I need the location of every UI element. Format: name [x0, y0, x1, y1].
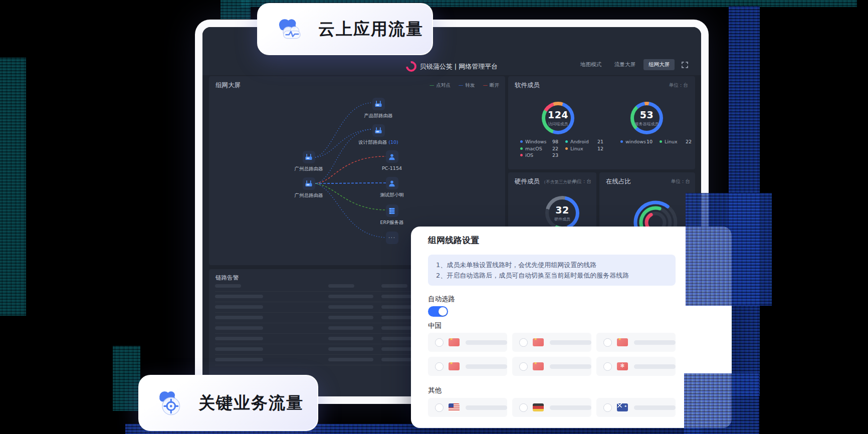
router-icon [303, 177, 315, 190]
dot-icon [520, 140, 523, 143]
legend-item: macOS22 [520, 145, 565, 152]
server-members-donut: 53服务器端成员 [630, 102, 663, 134]
key-business-icon [154, 388, 186, 418]
tip-line-1: 1、成员未单独设置线路时，会优先使用组网设置的线路 [436, 260, 668, 270]
flag-cn-icon [449, 362, 460, 370]
router-icon [303, 151, 315, 163]
radio-icon[interactable] [603, 403, 612, 412]
node-more[interactable]: ··· [371, 232, 413, 244]
alarms-panel-title: 链路告警 [215, 274, 239, 282]
badge-label: 关键业务流量 [198, 392, 304, 414]
hardware-panel-title: 硬件成员 （不含第三方硬件） [515, 177, 580, 186]
access-members-legend: Windows98 macOS22 iOS23 Android21 Linux1… [520, 138, 610, 159]
line-option[interactable] [596, 357, 676, 376]
tips-box: 1、成员未单独设置线路时，会优先使用组网设置的线路 2、开启自动选路后，成员可自… [428, 255, 676, 286]
legend-item: Linux12 [565, 145, 610, 152]
flag-cn-icon [533, 362, 544, 370]
noise-decoration [684, 373, 759, 434]
line-name-skeleton [466, 340, 507, 345]
radio-icon[interactable] [435, 338, 444, 347]
nav-traffic-screen[interactable]: 流量大屏 [609, 59, 640, 70]
router-icon [372, 124, 385, 137]
dot-icon [620, 140, 623, 143]
noise-decoration [221, 0, 251, 19]
nav-map-mode[interactable]: 地图模式 [575, 59, 606, 70]
user-icon [386, 150, 398, 163]
node-pc-1154[interactable]: PC-1154 [371, 150, 413, 171]
radio-icon[interactable] [603, 338, 612, 347]
badge-cloud-app-traffic: 云上应用流量 [257, 3, 433, 55]
noise-decoration [0, 58, 26, 316]
software-panel-unit: 单位：台 [669, 82, 688, 89]
flag-hk-icon [617, 362, 628, 370]
flag-de-icon [533, 403, 544, 411]
line-settings-card: 组网线路设置 1、成员未单独设置线路时，会优先使用组网设置的线路 2、开启自动选… [411, 227, 732, 428]
node-erp-server[interactable]: ERP服务器 [371, 204, 413, 226]
radio-icon[interactable] [519, 403, 528, 412]
router-icon [372, 98, 385, 110]
group-other-label: 其他 [428, 386, 442, 395]
line-option[interactable] [428, 333, 507, 352]
noise-decoration [113, 346, 140, 411]
dot-icon [520, 154, 523, 156]
line-option[interactable] [512, 398, 591, 417]
marketing-composition: 贝锐蒲公英 | 网络管理平台 地图模式 流量大屏 组网大屏 组网大屏 —点对点 … [0, 0, 868, 434]
line-option[interactable] [428, 357, 507, 376]
more-icon: ··· [386, 232, 398, 244]
line-option[interactable] [596, 333, 676, 352]
badge-label: 云上应用流量 [318, 18, 423, 41]
dot-icon [520, 147, 523, 150]
line-name-skeleton [634, 405, 676, 410]
badge-key-business-traffic: 关键业务流量 [138, 375, 318, 431]
user-icon [386, 177, 398, 189]
line-name-skeleton [466, 405, 507, 410]
nav-network-screen[interactable]: 组网大屏 [643, 59, 675, 70]
server-members-legend: windows10 Linux22 [620, 138, 699, 145]
line-option[interactable] [512, 357, 591, 376]
node-test-user[interactable]: 测试部小明 [371, 177, 413, 198]
tip-line-2: 2、开启自动选路后，成员可自动切换至当前延时最低的服务器线路 [436, 270, 668, 281]
line-option[interactable] [596, 398, 676, 417]
cloud-traffic-icon [274, 15, 305, 43]
legend-item: iOS23 [520, 152, 565, 159]
toggle-knob [439, 307, 447, 316]
access-members-donut: 124访问端成员 [542, 102, 574, 134]
fullscreen-icon[interactable] [682, 62, 688, 68]
server-icon [386, 204, 398, 217]
flag-cn-icon [617, 338, 628, 346]
radio-icon[interactable] [435, 403, 444, 412]
node-design-router[interactable]: 设计部路由器 (10) [357, 124, 399, 146]
dot-icon [565, 147, 568, 150]
flag-au-icon [617, 403, 628, 411]
line-name-skeleton [634, 340, 676, 345]
software-panel-title: 软件成员 [515, 81, 540, 90]
group-china-label: 中国 [428, 321, 442, 330]
auto-route-toggle[interactable] [428, 306, 448, 317]
brand-title: 贝锐蒲公英 | 网络管理平台 [420, 62, 498, 71]
flag-cn-icon [449, 338, 460, 346]
brand-logo-icon [403, 59, 418, 74]
line-option[interactable] [512, 333, 591, 352]
line-name-skeleton [466, 364, 507, 369]
node-guangzhou-router-1[interactable]: 广州总路由器 [288, 151, 330, 172]
noise-decoration [686, 193, 772, 306]
radio-icon[interactable] [519, 338, 528, 347]
line-name-skeleton [550, 340, 591, 345]
line-name-skeleton [634, 364, 676, 369]
dot-icon [660, 140, 662, 143]
line-name-skeleton [550, 364, 591, 369]
line-name-skeleton [550, 405, 591, 410]
node-guangzhou-router-2[interactable]: 广州总路由器 [288, 177, 330, 199]
legend-item: Android21 [565, 138, 610, 145]
hardware-panel-unit: 单位：台 [572, 178, 591, 185]
line-option[interactable] [428, 398, 507, 417]
radio-icon[interactable] [519, 362, 528, 371]
flag-us-icon [449, 403, 460, 411]
legend-item: Windows98 [520, 138, 565, 145]
hardware-members-donut: 32硬件成员 [545, 196, 579, 230]
radio-icon[interactable] [435, 362, 444, 371]
node-product-router[interactable]: 产品部路由器 [357, 98, 399, 119]
legend-item: Linux22 [660, 138, 699, 145]
card-title: 组网线路设置 [428, 235, 479, 246]
radio-icon[interactable] [603, 362, 612, 371]
